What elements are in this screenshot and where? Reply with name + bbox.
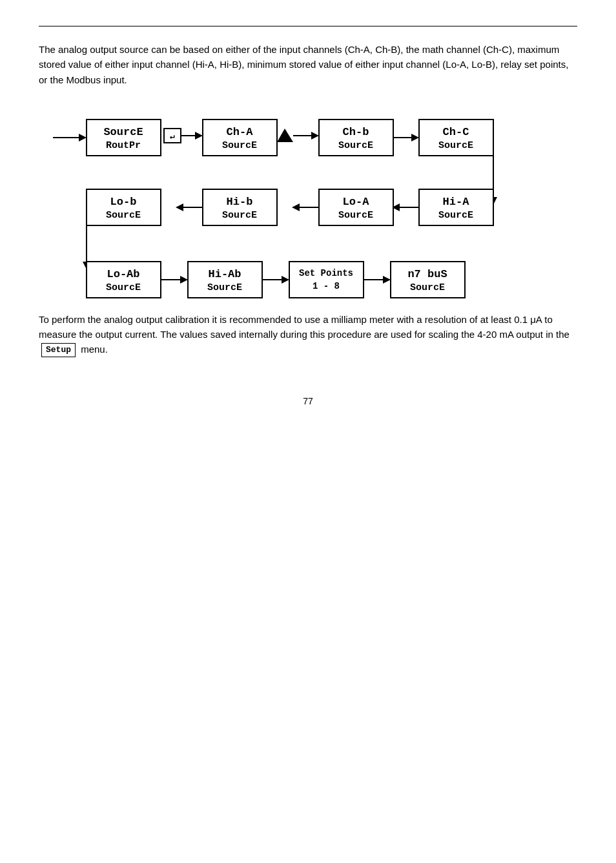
svg-marker-19	[411, 134, 419, 141]
svg-text:SourcE: SourcE	[410, 282, 445, 293]
svg-text:SourcE: SourcE	[103, 126, 143, 138]
svg-text:SourcE: SourcE	[207, 282, 242, 293]
svg-text:SourcE: SourcE	[338, 210, 373, 221]
svg-text:Ch-b: Ch-b	[343, 126, 369, 138]
svg-text:Lo-b: Lo-b	[110, 196, 137, 208]
intro-paragraph: The analog output source can be based on…	[39, 42, 577, 87]
svg-text:Hi-A: Hi-A	[443, 196, 470, 208]
outro-paragraph: To perform the analog output calibration…	[39, 312, 577, 358]
svg-text:Hi-Ab: Hi-Ab	[208, 268, 241, 280]
svg-marker-54	[282, 276, 289, 284]
svg-marker-1	[79, 134, 87, 141]
svg-text:Lo-Ab: Lo-Ab	[107, 268, 139, 280]
svg-marker-14	[311, 132, 319, 140]
svg-marker-49	[180, 276, 188, 284]
svg-text:Lo-A: Lo-A	[343, 196, 370, 208]
svg-text:SourcE: SourcE	[106, 282, 141, 293]
svg-text:Hi-b: Hi-b	[227, 196, 253, 208]
svg-text:SourcE: SourcE	[222, 210, 257, 221]
svg-rect-55	[289, 262, 364, 298]
menu-word-box: Setup	[41, 343, 76, 357]
svg-text:Ch-A: Ch-A	[227, 126, 254, 138]
svg-text:SourcE: SourcE	[438, 210, 473, 221]
svg-text:SourcE: SourcE	[438, 140, 473, 151]
svg-text:SourcE: SourcE	[222, 140, 257, 151]
svg-text:1 - 8: 1 - 8	[313, 281, 340, 291]
page-number: 77	[39, 396, 577, 406]
svg-text:RoutPr: RoutPr	[106, 140, 141, 151]
svg-marker-39	[176, 203, 183, 211]
svg-text:n7 buS: n7 buS	[407, 268, 447, 280]
svg-text:↵: ↵	[170, 132, 175, 141]
svg-text:SourcE: SourcE	[338, 140, 373, 151]
svg-text:Ch-C: Ch-C	[443, 126, 469, 138]
svg-marker-59	[383, 276, 391, 284]
svg-marker-12	[277, 129, 293, 142]
svg-text:SourcE: SourcE	[106, 210, 141, 221]
svg-marker-8	[195, 132, 203, 140]
svg-marker-34	[292, 203, 300, 211]
top-divider	[39, 26, 577, 26]
svg-text:Set Points: Set Points	[299, 268, 353, 278]
flow-diagram: SourcE RoutPr ↵ Ch-A SourcE Ch-b SourcE …	[46, 105, 570, 312]
